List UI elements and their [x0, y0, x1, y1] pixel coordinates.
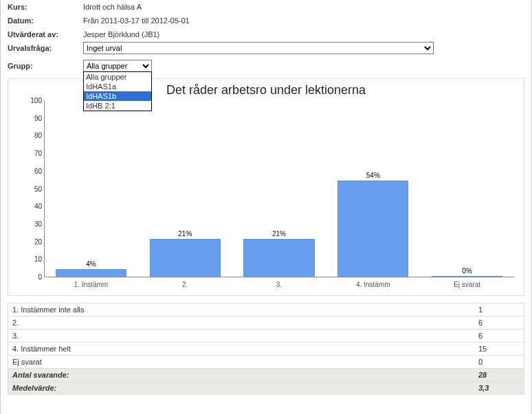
x-tick-label: 2.	[138, 277, 232, 292]
result-summary-row: Antal svarande:28	[8, 369, 524, 382]
y-tick-label: 0	[24, 273, 42, 281]
bar-slot: 4%	[44, 100, 138, 277]
urval-select[interactable]: Inget urval	[83, 42, 434, 54]
grupp-option[interactable]: Alla grupper	[84, 72, 151, 82]
bar-value-label: 54%	[366, 172, 380, 179]
grupp-select[interactable]: Alla grupper	[83, 60, 152, 72]
chart-plot: 0102030405060708090100 4%21%21%54%0% 1. …	[44, 100, 514, 292]
y-tick-label: 10	[24, 255, 42, 263]
results-table: 1. Instämmer inte alls12.63.64. Instämme…	[8, 303, 524, 395]
y-tick-label: 60	[24, 167, 42, 174]
y-tick-label: 80	[24, 132, 42, 139]
result-summary-label: Medelvärde:	[12, 384, 478, 392]
bar-value-label: 4%	[86, 260, 96, 268]
result-row: 3.6	[8, 330, 524, 343]
result-summary-value: 3,3	[478, 384, 520, 392]
kurs-value: Idrott och hälsa A	[83, 3, 142, 11]
datum-label: Datum:	[8, 16, 83, 25]
y-tick-label: 90	[24, 114, 42, 122]
result-row: 4. Instämmer helt15	[8, 343, 524, 356]
bar-slot: 21%	[138, 100, 232, 277]
bar	[56, 269, 126, 277]
result-value: 6	[478, 319, 520, 327]
x-tick-label: 4. Instämm	[326, 277, 420, 292]
result-label: 1. Instämmer inte alls	[12, 306, 478, 314]
result-value: 0	[478, 358, 520, 366]
result-value: 1	[478, 306, 520, 314]
y-tick-label: 100	[24, 97, 42, 104]
kurs-label: Kurs:	[8, 3, 83, 11]
datum-value: Från 2011-03-17 till 2012-05-01	[83, 16, 190, 25]
bar	[243, 239, 314, 277]
result-row: 2.6	[8, 317, 524, 330]
x-tick-label: Ej svarat	[420, 277, 514, 292]
result-label: 2.	[12, 319, 478, 327]
x-tick-label: 1. Instämm	[44, 277, 138, 292]
bar-value-label: 0%	[462, 267, 472, 275]
grupp-dropdown-list[interactable]: Alla grupperIdHAS1aIdHAS1bIdHB 2:1	[83, 71, 152, 111]
bar	[150, 239, 221, 277]
result-value: 6	[478, 332, 520, 340]
result-label: Ej svarat	[12, 358, 478, 366]
y-tick-label: 20	[24, 238, 42, 245]
bar-value-label: 21%	[272, 230, 286, 238]
bar-value-label: 21%	[178, 230, 192, 238]
bar-slot: 21%	[232, 100, 326, 277]
y-tick-label: 40	[24, 203, 42, 210]
y-tick-label: 50	[24, 185, 42, 192]
grupp-option[interactable]: IdHB 2:1	[84, 101, 151, 111]
grupp-option[interactable]: IdHAS1a	[84, 82, 151, 91]
result-summary-value: 28	[478, 371, 520, 379]
bar-slot: 0%	[420, 100, 514, 277]
result-value: 15	[478, 345, 520, 353]
result-label: 4. Instämmer helt	[12, 345, 478, 353]
result-row: 1. Instämmer inte alls1	[8, 303, 524, 317]
grupp-label: Grupp:	[8, 62, 83, 70]
utv-value: Jesper Björklund (JB1)	[83, 30, 159, 38]
bar	[337, 181, 408, 277]
urval-label: Urvalsfråga:	[8, 44, 83, 52]
grupp-option[interactable]: IdHAS1b	[84, 91, 151, 101]
result-summary-label: Antal svarande:	[12, 371, 478, 379]
page: Kurs: Idrott och hälsa A Datum: Från 201…	[0, 0, 532, 414]
bar-slot: 54%	[326, 100, 420, 277]
y-tick-label: 70	[24, 150, 42, 157]
x-tick-label: 3.	[232, 277, 326, 292]
utv-label: Utvärderat av:	[8, 30, 83, 38]
y-tick-label: 30	[24, 220, 42, 227]
result-summary-row: Medelvärde:3,3	[8, 382, 524, 395]
result-label: 3.	[12, 332, 478, 340]
result-row: Ej svarat0	[8, 356, 524, 369]
